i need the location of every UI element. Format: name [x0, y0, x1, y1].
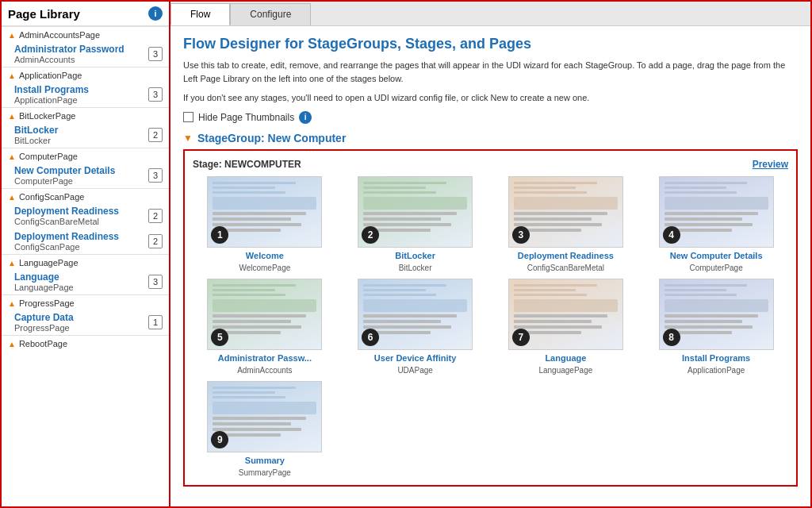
- sidebar-item-badge: 3: [148, 275, 163, 289]
- flow-desc-1: Use this tab to create, edit, remove, an…: [183, 59, 798, 85]
- sidebar-item-sub: ApplicationPage: [14, 95, 89, 105]
- chevron-down-icon: ▲: [8, 152, 16, 161]
- page-sub-1: BitLocker: [399, 264, 432, 272]
- sidebar-item-sub: ConfigScanPage: [14, 242, 119, 252]
- sidebar-group-reboot[interactable]: ▲ RebootPage: [2, 335, 169, 350]
- page-card-2: 3Deployment ReadinessConfigScanBareMetal: [494, 176, 638, 272]
- page-thumb-7[interactable]: 8: [659, 279, 774, 350]
- page-number-badge-8: 9: [211, 431, 228, 448]
- sidebar-item-install-programs[interactable]: Install Programs ApplicationPage 3: [2, 82, 169, 107]
- page-thumb-2[interactable]: 3: [508, 176, 623, 248]
- stage-box: Stage: NEWCOMPUTER Preview 1WelcomeWelco…: [183, 149, 798, 487]
- page-name-6[interactable]: Language: [545, 353, 586, 363]
- page-card-8: 9SummarySummaryPage: [193, 381, 337, 477]
- hide-thumbnails-checkbox[interactable]: [183, 112, 193, 122]
- sidebar-item-deployment-readiness-2[interactable]: Deployment Readiness ConfigScanPage 2: [2, 229, 169, 254]
- sidebar-item-administrator-password[interactable]: Administrator Password AdminAccounts 3: [2, 41, 169, 67]
- sidebar-item-name: Language: [14, 271, 74, 283]
- flow-title: Flow Designer for StageGroups, Stages, a…: [183, 36, 798, 52]
- page-name-8[interactable]: Summary: [245, 456, 285, 465]
- sidebar-header: Page Library i: [2, 2, 169, 26]
- page-name-3[interactable]: New Computer Details: [670, 251, 763, 260]
- sidebar-group-progress[interactable]: ▲ ProgressPage: [2, 294, 169, 310]
- sidebar-item-name: Install Programs: [14, 84, 89, 95]
- tab-configure[interactable]: Configure: [230, 3, 311, 25]
- stage-group-title: StageGroup: New Computer: [197, 132, 346, 144]
- stage-group-new-computer: ▼ StageGroup: New Computer Stage: NEWCOM…: [183, 132, 798, 487]
- page-sub-3: ComputerPage: [689, 264, 742, 272]
- page-name-0[interactable]: Welcome: [246, 251, 284, 260]
- page-number-badge-5: 6: [362, 329, 379, 346]
- sidebar-item-language[interactable]: Language LanguagePage 3: [2, 269, 169, 294]
- preview-link[interactable]: Preview: [753, 159, 788, 170]
- stage-group-header: ▼ StageGroup: New Computer: [183, 132, 798, 144]
- sidebar-item-badge: 3: [148, 47, 163, 61]
- sidebar-item-name: Capture Data: [14, 312, 74, 323]
- main-content: Flow Configure Flow Designer for StageGr…: [170, 0, 812, 508]
- page-sub-7: ApplicationPage: [688, 366, 745, 375]
- sidebar-item-badge: 1: [148, 315, 163, 329]
- sidebar-item-capture-data[interactable]: Capture Data ProgressPage 1: [2, 310, 169, 335]
- app-container: Page Library i ▲ AdminAccountsPage Admin…: [0, 0, 812, 508]
- chevron-down-icon: ▲: [8, 340, 16, 348]
- sidebar-group-label: RebootPage: [19, 339, 67, 348]
- sidebar-item-new-computer-details[interactable]: New Computer Details ComputerPage 3: [2, 163, 169, 188]
- page-card-1: 2BitLockerBitLocker: [343, 176, 488, 272]
- hide-thumbnails-label: Hide Page Thumbnails: [198, 112, 294, 123]
- page-grid: 1WelcomeWelcomePage2BitLockerBitLocker3D…: [193, 176, 788, 477]
- page-thumb-6[interactable]: 7: [508, 279, 623, 350]
- page-thumb-4[interactable]: 5: [207, 279, 322, 350]
- sidebar-item-name: Deployment Readiness: [14, 206, 119, 217]
- page-card-6: 7LanguageLanguagePage: [494, 279, 638, 375]
- page-sub-0: WelcomePage: [239, 264, 290, 272]
- flow-content: Flow Designer for StageGroups, Stages, a…: [170, 26, 810, 506]
- page-card-5: 6User Device AffinityUDAPage: [343, 279, 488, 375]
- page-thumb-8[interactable]: 9: [207, 381, 322, 452]
- sidebar-group-bitlocker[interactable]: ▲ BitLockerPage: [2, 107, 169, 122]
- stage-header: Stage: NEWCOMPUTER Preview: [193, 159, 788, 170]
- sidebar-item-name: Deployment Readiness: [14, 231, 119, 242]
- sidebar-group-configscan[interactable]: ▲ ConfigScanPage: [2, 188, 169, 203]
- sidebar-item-sub: BitLocker: [14, 136, 58, 145]
- page-sub-2: ConfigScanBareMetal: [527, 264, 604, 272]
- stage-name: Stage: NEWCOMPUTER: [193, 159, 301, 170]
- page-name-7[interactable]: Install Programs: [682, 353, 750, 363]
- sidebar-item-deployment-readiness-1[interactable]: Deployment Readiness ConfigScanBareMetal…: [2, 203, 169, 229]
- page-name-4[interactable]: Administrator Passw...: [218, 353, 312, 363]
- stage-group-arrow-icon: ▼: [183, 133, 193, 144]
- page-sub-6: LanguagePage: [538, 366, 592, 375]
- sidebar-group-computer[interactable]: ▲ ComputerPage: [2, 148, 169, 163]
- sidebar-item-sub: LanguagePage: [14, 283, 74, 292]
- sidebar-info-icon[interactable]: i: [148, 6, 163, 21]
- sidebar-item-badge: 2: [148, 234, 163, 248]
- sidebar-item-bitlocker[interactable]: BitLocker BitLocker 2: [2, 122, 169, 148]
- chevron-down-icon: ▲: [8, 31, 16, 40]
- sidebar-group-label: ComputerPage: [19, 152, 78, 161]
- sidebar-item-badge: 2: [148, 209, 163, 223]
- hide-thumbnails-info-icon[interactable]: i: [299, 111, 312, 124]
- sidebar-item-badge: 3: [148, 87, 163, 102]
- page-name-1[interactable]: BitLocker: [395, 251, 435, 260]
- chevron-down-icon: ▲: [8, 193, 16, 202]
- page-thumb-0[interactable]: 1: [207, 176, 322, 248]
- page-sub-4: AdminAccounts: [237, 366, 292, 375]
- tab-flow[interactable]: Flow: [170, 3, 230, 25]
- page-thumb-5[interactable]: 6: [358, 279, 473, 350]
- page-thumb-3[interactable]: 4: [659, 176, 774, 248]
- sidebar-group-label: AdminAccountsPage: [19, 30, 100, 40]
- page-card-0: 1WelcomeWelcomePage: [193, 176, 337, 272]
- sidebar-item-badge: 3: [148, 168, 163, 183]
- tab-bar: Flow Configure: [170, 2, 810, 26]
- page-number-badge-1: 2: [362, 226, 379, 244]
- hide-thumbnails-row: Hide Page Thumbnails i: [183, 111, 798, 124]
- page-number-badge-6: 7: [512, 329, 530, 346]
- sidebar-group-application[interactable]: ▲ ApplicationPage: [2, 67, 169, 82]
- page-card-3: 4New Computer DetailsComputerPage: [644, 176, 788, 272]
- sidebar-group-adminaccounts[interactable]: ▲ AdminAccountsPage: [2, 26, 169, 41]
- page-number-badge-4: 5: [211, 329, 228, 346]
- sidebar-group-language[interactable]: ▲ LanguagePage: [2, 254, 169, 269]
- sidebar-item-sub: ProgressPage: [14, 323, 74, 333]
- page-name-5[interactable]: User Device Affinity: [374, 353, 457, 363]
- page-thumb-1[interactable]: 2: [358, 176, 473, 248]
- page-name-2[interactable]: Deployment Readiness: [518, 251, 614, 260]
